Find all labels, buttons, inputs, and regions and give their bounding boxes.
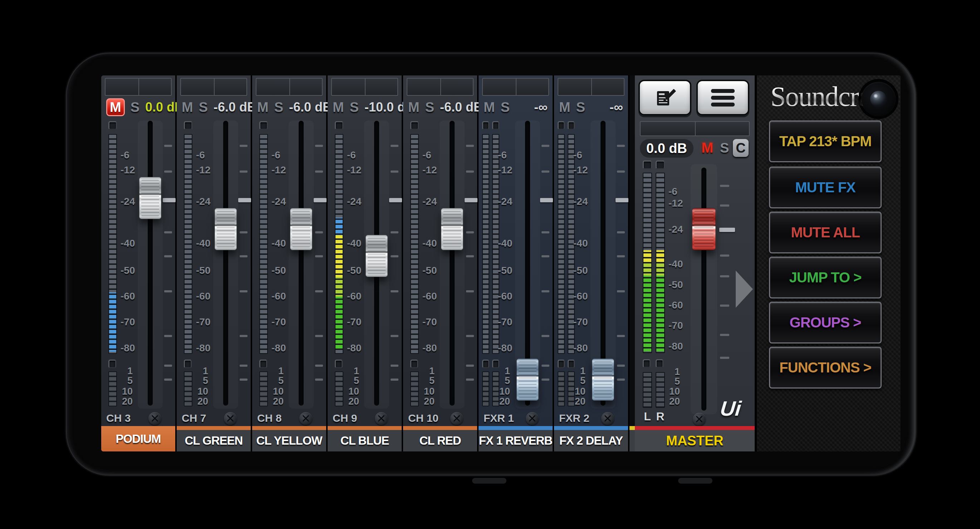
- channel-name[interactable]: CL RED: [403, 430, 477, 451]
- fader-slot[interactable]: [450, 121, 455, 406]
- channel-header: MS-6.0 dB: [177, 97, 251, 118]
- master-solo-button[interactable]: S: [720, 140, 729, 156]
- channel-name[interactable]: CL GREEN: [177, 430, 251, 451]
- solo-button[interactable]: S: [199, 98, 208, 116]
- fader-tick: [164, 378, 172, 381]
- fader-tick: [466, 255, 474, 257]
- channel-name[interactable]: FX 2 DELAY: [554, 430, 628, 451]
- gain-reduction-meter: [568, 372, 575, 407]
- sidebar-button-mute-fx[interactable]: MUTE FX: [769, 167, 881, 208]
- fader-tick: [391, 290, 398, 292]
- master-pan-control[interactable]: [640, 121, 750, 136]
- solo-button[interactable]: S: [501, 98, 510, 116]
- fader-slot[interactable]: [148, 121, 153, 406]
- mute-button[interactable]: M: [559, 98, 571, 116]
- channel-color-stripe: [479, 426, 553, 430]
- menu-button[interactable]: [696, 80, 749, 116]
- level-meter: [259, 134, 268, 354]
- solo-button[interactable]: S: [425, 98, 434, 116]
- fader-handle[interactable]: [441, 208, 463, 250]
- fader-tick: [315, 378, 323, 381]
- fader-tick: [240, 255, 248, 257]
- fader-tick: [240, 290, 248, 292]
- sidebar-button-mute-all[interactable]: MUTE ALL: [769, 211, 881, 253]
- channel-id: FXR 2: [559, 412, 589, 424]
- fader-handle[interactable]: [290, 208, 312, 250]
- mute-button[interactable]: M: [332, 98, 344, 116]
- clip-led: [482, 121, 489, 130]
- channel-name[interactable]: FX 1 REVERB: [479, 430, 553, 451]
- clip-led: [655, 160, 665, 169]
- sidebar: Soundcraft TAP 213* BPMMUTE FXMUTE ALLJU…: [757, 75, 900, 451]
- phone-frame: MS0.0 dB-6-12-24-40-50-60-70-80151020CH …: [67, 54, 915, 475]
- zero-db-marker: [389, 198, 402, 202]
- master-fader-handle[interactable]: [692, 208, 716, 250]
- mute-button[interactable]: M: [106, 98, 125, 116]
- level-readout: -6.0 dB: [213, 100, 256, 115]
- master-mute-button[interactable]: M: [702, 140, 713, 156]
- expand-right-arrow[interactable]: [736, 270, 753, 308]
- solo-button[interactable]: S: [350, 98, 359, 116]
- fader-handle[interactable]: [215, 208, 237, 250]
- sidebar-button-groups[interactable]: GROUPS >: [769, 302, 881, 343]
- master-name[interactable]: MASTER: [635, 430, 755, 451]
- fader-tick: [720, 357, 729, 359]
- pan-control[interactable]: [105, 78, 172, 96]
- channel-strip-fxr-2: MS-∞-6-12-24-40-50-60-70-80151020FXR 2FX…: [554, 75, 628, 451]
- mute-button[interactable]: M: [484, 98, 495, 116]
- fader-handle[interactable]: [592, 359, 614, 401]
- save-snapshot-button[interactable]: [638, 80, 691, 116]
- solo-button[interactable]: S: [130, 98, 140, 116]
- zero-db-marker: [616, 198, 628, 202]
- channel-name[interactable]: CL YELLOW: [252, 430, 326, 451]
- fader-slot[interactable]: [223, 121, 228, 406]
- gr-led: [492, 360, 499, 368]
- fader-handle[interactable]: [366, 235, 388, 277]
- channel-id: CH 3: [106, 412, 130, 424]
- fader-handle[interactable]: [517, 359, 539, 401]
- next-channel-plate-sliver: [630, 430, 635, 451]
- pan-control[interactable]: [407, 78, 474, 96]
- pan-control[interactable]: [256, 78, 323, 96]
- fader-tick: [466, 335, 474, 337]
- fader-slot[interactable]: [299, 121, 304, 406]
- level-meter: [643, 173, 652, 353]
- sidebar-button-tap-213-bpm[interactable]: TAP 213* BPM: [769, 121, 881, 162]
- clip-led: [558, 121, 565, 130]
- pan-control[interactable]: [180, 78, 247, 96]
- pan-control[interactable]: [558, 78, 624, 96]
- level-readout: -6.0 dB: [440, 100, 483, 115]
- channel-name[interactable]: CL BLUE: [328, 430, 402, 451]
- fader-tick: [391, 231, 398, 234]
- channel-strip-fxr-1: MS-∞-6-12-24-40-50-60-70-80151020FXR 1FX…: [479, 75, 553, 451]
- level-meter: [410, 134, 419, 354]
- fader-handle[interactable]: [139, 177, 161, 219]
- zero-db-marker: [540, 198, 553, 202]
- mute-button[interactable]: M: [182, 98, 193, 116]
- next-channel-color-sliver: [630, 426, 635, 430]
- gr-led: [643, 359, 651, 368]
- fader-tick: [164, 145, 172, 147]
- mute-button[interactable]: M: [408, 98, 420, 116]
- solo-button[interactable]: S: [576, 98, 585, 116]
- fader-tick: [720, 275, 729, 277]
- fader-tick: [164, 335, 172, 337]
- fader-tick: [315, 170, 323, 173]
- sidebar-button-functions[interactable]: FUNCTIONS >: [769, 347, 881, 389]
- gain-reduction-meter: [410, 372, 419, 407]
- pan-control[interactable]: [482, 78, 549, 96]
- pan-control[interactable]: [331, 78, 398, 96]
- gain-reduction-meter: [558, 372, 565, 407]
- screw-icon: [299, 412, 312, 425]
- camera-lens: [870, 91, 887, 107]
- sidebar-button-jump-to[interactable]: JUMP TO >: [769, 257, 881, 299]
- fader-tick: [164, 365, 172, 367]
- channel-name[interactable]: PODIUM: [101, 426, 175, 451]
- solo-button[interactable]: S: [274, 98, 283, 116]
- fader-slot[interactable]: [702, 168, 706, 411]
- master-center-button[interactable]: C: [733, 139, 749, 157]
- mute-button[interactable]: M: [257, 98, 269, 116]
- channel-header: MS-∞: [479, 97, 553, 118]
- fader-tick: [240, 378, 248, 381]
- zero-db-marker: [163, 198, 176, 202]
